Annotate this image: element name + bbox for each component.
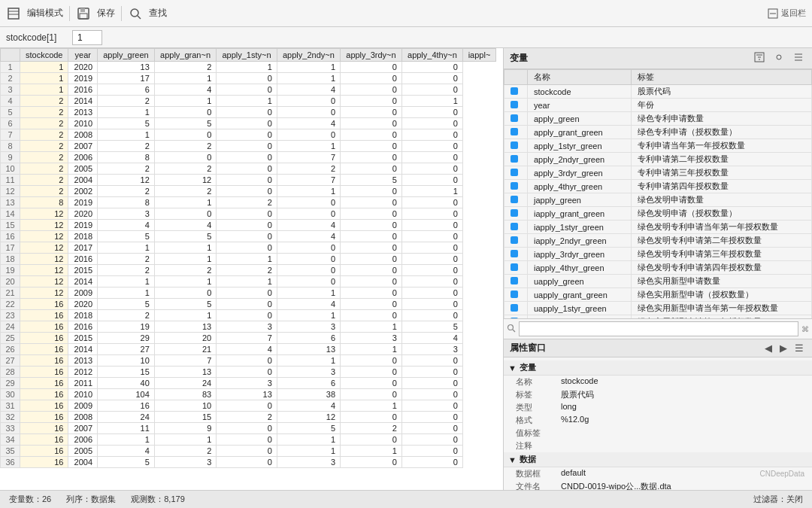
table-row[interactable]: 20122014111000 <box>1 276 496 287</box>
table-row[interactable]: 3116200916100410 <box>1 400 496 412</box>
table-row[interactable]: 522013100000 <box>1 107 496 118</box>
col-header-apply-1sty[interactable]: apply_1sty~n <box>217 49 277 62</box>
props-toolbar-icons: ◀ ▶ ☰ <box>762 342 806 354</box>
props-menu-icon[interactable]: ☰ <box>792 342 806 354</box>
back-label: 返回栏 <box>781 8 806 19</box>
table-row[interactable]: 271620131070100 <box>1 355 496 367</box>
var-row[interactable]: apply_2ndyr_green专利申请第二年授权数量 <box>504 153 812 166</box>
table-cell: 0 <box>217 73 277 84</box>
table-row[interactable]: 34162006110100 <box>1 434 496 446</box>
table-row[interactable]: 21122009100100 <box>1 287 496 299</box>
var-row[interactable]: iapply_1styr_green绿色发明专利申请当年第一年授权数量 <box>504 221 812 234</box>
table-row[interactable]: 15122019440400 <box>1 220 496 231</box>
vars-filter-icon[interactable] <box>752 51 767 65</box>
var-row[interactable]: uapply_grant_green绿色实用新型申请（授权数量） <box>504 288 812 302</box>
var-row[interactable]: year年份 <box>504 99 812 112</box>
col-header-apply-2ndy[interactable]: apply_2ndy~n <box>277 49 340 62</box>
table-row[interactable]: 331620071190520 <box>1 423 496 434</box>
table-row[interactable]: 822007220100 <box>1 141 496 152</box>
props-next-icon[interactable]: ▶ <box>777 342 789 354</box>
props-data-header[interactable]: ▼ 数据 <box>504 452 812 467</box>
table-cell: 2 <box>20 175 68 186</box>
col-header-apply-4thy[interactable]: apply_4thy~n <box>401 49 462 62</box>
addressbar-value[interactable]: 1 <box>72 30 102 45</box>
var-row[interactable]: japply_green绿色发明申请数量 <box>504 193 812 207</box>
row-number: 35 <box>1 446 20 457</box>
table-row[interactable]: 1222002220101 <box>1 186 496 197</box>
var-label: 股票代码 <box>632 85 812 99</box>
table-row[interactable]: 3016201010483133800 <box>1 389 496 400</box>
table-row[interactable]: 16122018550400 <box>1 231 496 242</box>
table-row[interactable]: 26162014272141313 <box>1 344 496 355</box>
col-header-apply-green[interactable]: apply_green <box>98 49 155 62</box>
vars-settings-icon[interactable] <box>771 51 786 65</box>
variables-table: 名称 标签 stockcode股票代码year年份apply_green绿色专利… <box>504 69 812 318</box>
table-cell: 0 <box>401 242 462 254</box>
table-row[interactable]: 112200412120750 <box>1 175 496 186</box>
table-row[interactable]: 36162004530300 <box>1 457 496 468</box>
var-row[interactable]: apply_green绿色专利申请数量 <box>504 112 812 126</box>
table-cell: 0 <box>401 434 462 446</box>
table-cell: 12 <box>20 208 68 220</box>
table-row[interactable]: 2816201215130300 <box>1 367 496 378</box>
vars-layout-icon[interactable] <box>791 51 806 65</box>
find-icon[interactable] <box>128 6 143 21</box>
table-cell: 2016 <box>68 254 98 265</box>
table-row[interactable]: 312016640400 <box>1 84 496 96</box>
table-row[interactable]: 2120191710100 <box>1 73 496 84</box>
table-row[interactable]: 35162005420110 <box>1 446 496 457</box>
vars-search-input[interactable] <box>519 321 798 336</box>
col-header-apply-grant[interactable]: apply_gran~n <box>154 49 216 62</box>
data-table-area[interactable]: stockcode year apply_green apply_gran~n … <box>0 48 504 490</box>
table-cell: 2020 <box>68 62 98 73</box>
var-row[interactable]: apply_grant_green绿色专利申请（授权数量） <box>504 126 812 139</box>
col-header-iappl[interactable]: iappl~ <box>462 49 495 62</box>
watermark: CNDeepData <box>760 470 804 478</box>
var-row[interactable]: stockcode股票代码 <box>504 85 812 99</box>
table-row[interactable]: 622010550400 <box>1 118 496 129</box>
var-row[interactable]: iapply_grant_green绿色发明申请（授权数量） <box>504 207 812 221</box>
table-row[interactable]: 422014211001 <box>1 96 496 107</box>
table-row[interactable]: 1120201321100 <box>1 62 496 73</box>
table-cell: 16 <box>20 378 68 389</box>
table-row[interactable]: 1382019812000 <box>1 197 496 208</box>
props-row: 格式%12.0g <box>504 414 812 427</box>
col-header-year[interactable]: year <box>68 49 98 62</box>
var-row[interactable]: uapply_green绿色实用新型申请数量 <box>504 275 812 288</box>
table-cell: 2020 <box>68 299 98 310</box>
col-header-apply-3rdy[interactable]: apply_3rdy~n <box>341 49 402 62</box>
var-row[interactable]: apply_3rdyr_green专利申请第三年授权数量 <box>504 166 812 180</box>
var-row[interactable]: apply_1styr_green专利申请当年第一年授权数量 <box>504 139 812 153</box>
props-prev-icon[interactable]: ◀ <box>762 342 774 354</box>
variables-table-wrap[interactable]: 名称 标签 stockcode股票代码year年份apply_green绿色专利… <box>504 69 812 318</box>
table-row[interactable]: 18122016211000 <box>1 254 496 265</box>
table-row[interactable]: 2516201529207634 <box>1 333 496 344</box>
table-row[interactable]: 14122020300000 <box>1 208 496 220</box>
table-cell: 0 <box>401 73 462 84</box>
table-cell: 0 <box>341 118 402 129</box>
props-row-label: 值标签 <box>516 427 561 439</box>
table-row[interactable]: 23162018210100 <box>1 310 496 321</box>
var-label: 绿色实用新型申请数量 <box>632 275 812 288</box>
table-row[interactable]: 922006800700 <box>1 152 496 163</box>
table-row[interactable]: 1022005220200 <box>1 163 496 175</box>
props-vars-header[interactable]: ▼ 变量 <box>504 360 812 376</box>
table-row[interactable]: 22162020550400 <box>1 299 496 310</box>
table-row[interactable]: 19122015222000 <box>1 265 496 276</box>
var-row[interactable]: uapply_1styr_green绿色实用新型申请当年第一年授权数量 <box>504 302 812 315</box>
var-row[interactable]: apply_4thyr_green专利申请第四年授权数量 <box>504 180 812 193</box>
var-row[interactable]: iapply_4thyr_green绿色发明专利申请第四年授权数量 <box>504 261 812 275</box>
table-cell: 10 <box>154 400 216 412</box>
var-row[interactable]: iapply_3rdyr_green绿色发明专利申请第三年授权数量 <box>504 248 812 261</box>
col-header-stockcode[interactable]: stockcode <box>20 49 68 62</box>
table-row[interactable]: 2416201619133315 <box>1 321 496 333</box>
row-number: 20 <box>1 276 20 287</box>
table-row[interactable]: 2916201140243600 <box>1 378 496 389</box>
table-row[interactable]: 722008100000 <box>1 129 496 141</box>
table-row[interactable]: 32162008241521200 <box>1 412 496 423</box>
var-row[interactable]: iapply_2ndyr_green绿色发明专利申请第二年授权数量 <box>504 234 812 248</box>
table-row[interactable]: 17122017110000 <box>1 242 496 254</box>
save-icon[interactable] <box>76 6 91 21</box>
edit-mode-icon[interactable] <box>6 6 21 21</box>
back-button[interactable]: 返回栏 <box>768 8 806 19</box>
